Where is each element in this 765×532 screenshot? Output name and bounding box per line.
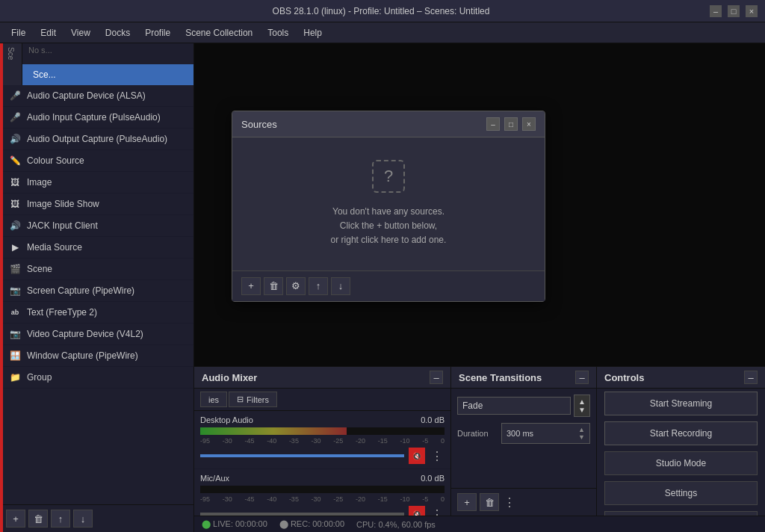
studio-mode-button[interactable]: Studio Mode xyxy=(604,451,758,475)
dialog-add-button[interactable]: + xyxy=(241,277,261,295)
remove-source-button[interactable]: 🗑 xyxy=(28,510,48,528)
mic-aux-label: Mic/Aux xyxy=(200,474,229,483)
live-icon: ⬤ xyxy=(202,519,211,528)
screen-capture-icon: 📷 xyxy=(9,285,21,297)
sources-dialog: Sources – □ × ? You don't have any sourc… xyxy=(232,111,545,302)
maximize-button[interactable]: □ xyxy=(728,5,740,17)
source-text-freetype[interactable]: ab Text (FreeType 2) xyxy=(0,302,193,324)
scene-transitions-title: Scene Transitions xyxy=(459,372,542,383)
panel-footer: + 🗑 ↑ ↓ xyxy=(0,504,193,532)
right-side: Sources – □ × ? You don't have any sourc… xyxy=(194,43,765,532)
desktop-mute-button[interactable]: 🔇 xyxy=(409,448,425,464)
source-audio-output-pulse[interactable]: 🔊 Audio Output Capture (PulseAudio) xyxy=(0,129,193,150)
transition-type-select[interactable]: Fade xyxy=(457,397,571,415)
source-media-source[interactable]: ▶ Media Source xyxy=(0,237,193,259)
rec-indicator: ⬤ REC: 00:00:00 xyxy=(279,519,344,529)
window-title: OBS 28.1.0 (linux) - Profile: Untitled –… xyxy=(52,6,710,16)
source-group[interactable]: 📁 Group xyxy=(0,367,193,389)
move-up-button[interactable]: ↑ xyxy=(51,510,70,528)
menu-help[interactable]: Help xyxy=(296,25,329,41)
dialog-titlebar: Sources – □ × xyxy=(232,111,545,137)
dialog-close-button[interactable]: × xyxy=(522,117,536,131)
source-audio-input-pulse[interactable]: 🎤 Audio Input Capture (PulseAudio) xyxy=(0,107,193,129)
desktop-more-button[interactable]: ⋮ xyxy=(430,448,445,463)
dialog-maximize-button[interactable]: □ xyxy=(504,117,518,131)
duration-input[interactable]: 300 ms ▲▼ xyxy=(501,423,590,444)
microphone-icon: 🎤 xyxy=(9,111,21,123)
start-recording-button[interactable]: Start Recording xyxy=(604,421,758,445)
tab-ies[interactable]: ies xyxy=(200,392,227,407)
minimize-button[interactable]: – xyxy=(710,5,722,17)
menubar: File Edit View Docks Profile Scene Colle… xyxy=(0,22,765,43)
transition-content: Fade ▲▼ Duration 300 ms ▲▼ xyxy=(451,389,596,488)
audio-mixer-collapse[interactable]: – xyxy=(430,371,443,384)
desktop-audio-db: 0.0 dB xyxy=(421,415,445,424)
window-icon: 🪟 xyxy=(9,350,21,362)
source-audio-capture-alsa[interactable]: 🎤 Audio Capture Device (ALSA) xyxy=(0,85,193,107)
media-icon: ▶ xyxy=(9,241,21,253)
transition-footer: + 🗑 ⋮ xyxy=(451,488,596,516)
transition-more-button[interactable]: ⋮ xyxy=(502,495,517,510)
status-bar: ⬤ LIVE: 00:00:00 ⬤ REC: 00:00:00 CPU: 0.… xyxy=(194,516,765,532)
dialog-remove-button[interactable]: 🗑 xyxy=(264,277,283,295)
transition-type-arrow[interactable]: ▲▼ xyxy=(574,395,590,417)
mic-scale: -95-30-45-40-35-30-25-20-15-10-50 xyxy=(200,495,445,503)
move-down-button[interactable]: ↓ xyxy=(73,510,93,528)
mic-aux-db: 0.0 dB xyxy=(421,474,445,483)
dialog-title-buttons: – □ × xyxy=(486,117,536,131)
menu-scene-collection[interactable]: Scene Collection xyxy=(178,25,260,41)
add-source-button[interactable]: + xyxy=(6,510,25,528)
close-button[interactable]: × xyxy=(746,5,758,17)
scene-transitions-collapse[interactable]: – xyxy=(575,371,589,384)
source-colour-source[interactable]: ✏️ Colour Source xyxy=(0,150,193,172)
controls-panel: Controls – Start Streaming Start Recordi… xyxy=(597,367,765,516)
tab-filters[interactable]: ⊟ Filters xyxy=(229,392,277,407)
menu-profile[interactable]: Profile xyxy=(137,25,178,41)
text-icon: ab xyxy=(9,306,21,318)
titlebar: OBS 28.1.0 (linux) - Profile: Untitled –… xyxy=(0,0,765,22)
dialog-settings-button[interactable]: ⚙ xyxy=(286,277,306,295)
source-jack-input[interactable]: 🔊 JACK Input Client xyxy=(0,215,193,237)
add-transition-button[interactable]: + xyxy=(457,493,477,511)
remove-transition-button[interactable]: 🗑 xyxy=(480,493,499,511)
slideshow-icon: 🖼 xyxy=(9,198,21,210)
camera-icon: 📷 xyxy=(9,328,21,340)
controls-title: Controls xyxy=(604,372,644,383)
microphone-icon: 🎤 xyxy=(9,90,21,102)
source-video-capture[interactable]: 📷 Video Capture Device (V4L2) xyxy=(0,324,193,345)
desktop-volume-slider[interactable] xyxy=(200,454,404,457)
source-image[interactable]: 🖼 Image xyxy=(0,172,193,194)
scenes-panel-label: Sce xyxy=(0,43,22,64)
transition-type-row: Fade ▲▼ xyxy=(457,395,590,417)
image-icon: 🖼 xyxy=(9,176,21,188)
menu-tools[interactable]: Tools xyxy=(260,25,296,41)
window-controls: – □ × xyxy=(710,5,758,17)
menu-file[interactable]: File xyxy=(4,25,33,41)
source-scene[interactable]: 🎬 Scene xyxy=(0,259,193,280)
controls-header: Controls – xyxy=(597,367,765,389)
desktop-scale: -95-30-45-40-35-30-25-20-15-10-50 xyxy=(200,437,445,445)
menu-edit[interactable]: Edit xyxy=(33,25,64,41)
dialog-move-up-button[interactable]: ↑ xyxy=(309,277,328,295)
menu-docks[interactable]: Docks xyxy=(98,25,137,41)
desktop-meter-fill xyxy=(200,427,347,435)
desktop-meter xyxy=(200,427,445,435)
audio-channel-desktop: Desktop Audio 0.0 dB -95-30-45-40-35-30-… xyxy=(194,411,450,469)
dialog-move-down-button[interactable]: ↓ xyxy=(331,277,350,295)
source-window-capture[interactable]: 🪟 Window Capture (PipeWire) xyxy=(0,345,193,367)
audio-mixer-tabs: ies ⊟ Filters xyxy=(194,389,450,411)
audio-mixer: Audio Mixer – ies ⊟ Filters Desktop Audi… xyxy=(194,367,451,516)
filter-icon: ⊟ xyxy=(237,395,244,404)
rec-icon: ⬤ xyxy=(279,519,288,528)
menu-view[interactable]: View xyxy=(64,25,98,41)
source-image-slide-show[interactable]: 🖼 Image Slide Show xyxy=(0,194,193,215)
dialog-minimize-button[interactable]: – xyxy=(486,117,500,131)
no-scene-hint: No s... xyxy=(22,43,193,57)
start-streaming-button[interactable]: Start Streaming xyxy=(604,392,758,415)
settings-button[interactable]: Settings xyxy=(604,481,758,505)
source-screen-capture[interactable]: 📷 Screen Capture (PipeWire) xyxy=(0,280,193,302)
audio-mixer-title: Audio Mixer xyxy=(202,372,257,383)
red-marker xyxy=(0,43,3,532)
active-scene[interactable]: Sce... xyxy=(22,64,193,85)
controls-collapse[interactable]: – xyxy=(744,371,758,384)
